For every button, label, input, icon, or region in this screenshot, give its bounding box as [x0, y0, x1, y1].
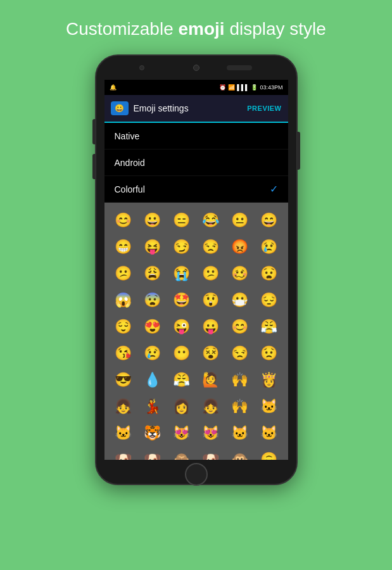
emoji-cell[interactable]: 😱 — [110, 288, 137, 313]
emoji-cell[interactable]: 😂 — [197, 208, 225, 233]
phone-top-bar — [96, 56, 296, 80]
emoji-cell[interactable]: 😌 — [110, 314, 137, 339]
emoji-cell[interactable]: 🙋 — [197, 367, 225, 393]
emoji-cell[interactable]: 😻 — [168, 421, 196, 446]
emoji-cell[interactable]: 😐 — [226, 208, 254, 233]
emoji-cell[interactable]: 🐱 — [255, 394, 283, 419]
menu-list: Native Android Colorful ✓ — [104, 123, 288, 203]
emoji-cell[interactable]: 😭 — [168, 261, 196, 286]
emoji-cell[interactable]: 🐶 — [139, 447, 167, 460]
emoji-cell[interactable]: 🙌 — [226, 367, 254, 393]
emoji-cell[interactable]: 😊 — [226, 314, 254, 339]
emoji-cell[interactable]: 😩 — [139, 261, 167, 286]
emoji-cell[interactable]: 💃 — [139, 394, 167, 419]
emoji-cell[interactable]: 😲 — [197, 288, 225, 313]
emoji-cell[interactable]: 😡 — [226, 234, 254, 260]
emoji-cell[interactable]: 🐵 — [226, 447, 254, 460]
header-text-bold: emoji — [178, 19, 224, 39]
emoji-cell[interactable]: 😁 — [110, 234, 137, 260]
page-header: Customizable emoji display style — [66, 18, 326, 41]
wifi-icon: 📶 — [228, 84, 235, 91]
emoji-cell[interactable]: 😻 — [197, 421, 225, 446]
emoji-cell[interactable]: 😒 — [197, 234, 225, 260]
emoji-cell[interactable]: 👸 — [255, 367, 283, 393]
emoji-cell[interactable]: 🥴 — [226, 261, 254, 286]
emoji-cell[interactable]: 🙌 — [226, 394, 254, 419]
menu-item-colorful-label: Colorful — [115, 184, 145, 194]
status-bar: 🔔 ⏰ 📶 ▌▌▌ 🔋 03:43PM — [104, 80, 288, 95]
emoji-cell[interactable]: 🐯 — [139, 421, 167, 446]
earpiece — [227, 65, 252, 70]
emoji-cell[interactable]: 🙈 — [168, 447, 196, 460]
emoji-cell[interactable]: 😜 — [168, 314, 196, 339]
emoji-cell[interactable]: 😍 — [139, 314, 167, 339]
emoji-grid-container: 😊😀😑😂😐😄😁😝😏😒😡😢😕😩😭😕🥴😧😱😨🤩😲😷😔😌😍😜😛😊😤😘😢😶😵😒😟😎💧😤🙋… — [104, 203, 288, 460]
emoji-cell[interactable]: 🙃 — [255, 447, 283, 460]
header-text-suffix: display style — [225, 19, 326, 39]
emoji-cell[interactable]: 😢 — [255, 234, 283, 260]
emoji-cell[interactable]: 😝 — [139, 234, 167, 260]
checkmark-icon: ✓ — [270, 183, 278, 195]
emoji-cell[interactable]: 😘 — [110, 341, 137, 366]
status-right: ⏰ 📶 ▌▌▌ 🔋 03:43PM — [219, 84, 282, 91]
menu-item-native-label: Native — [115, 131, 140, 141]
phone-screen: 🔔 ⏰ 📶 ▌▌▌ 🔋 03:43PM 😀 Emoji settings PRE… — [104, 80, 288, 460]
emoji-grid: 😊😀😑😂😐😄😁😝😏😒😡😢😕😩😭😕🥴😧😱😨🤩😲😷😔😌😍😜😛😊😤😘😢😶😵😒😟😎💧😤🙋… — [110, 208, 283, 460]
menu-item-colorful[interactable]: Colorful ✓ — [104, 176, 288, 203]
emoji-cell[interactable]: 😷 — [226, 288, 254, 313]
emoji-cell[interactable]: 😕 — [110, 261, 137, 286]
emoji-cell[interactable]: 👧 — [110, 394, 137, 419]
emoji-cell[interactable]: 😛 — [197, 314, 225, 339]
phone-frame: 🔔 ⏰ 📶 ▌▌▌ 🔋 03:43PM 😀 Emoji settings PRE… — [95, 54, 298, 485]
emoji-cell[interactable]: 🤩 — [168, 288, 196, 313]
emoji-cell[interactable]: 🐱 — [255, 421, 283, 446]
app-bar-title: Emoji settings — [134, 103, 248, 113]
front-camera — [139, 65, 144, 70]
emoji-cell[interactable]: 👧 — [197, 394, 225, 419]
app-bar: 😀 Emoji settings PREVIEW — [104, 95, 288, 123]
menu-item-native[interactable]: Native — [104, 123, 288, 149]
emoji-cell[interactable]: 😢 — [139, 341, 167, 366]
emoji-cell[interactable]: 😏 — [168, 234, 196, 260]
emoji-cell[interactable]: 😟 — [255, 341, 283, 366]
preview-button[interactable]: PREVIEW — [247, 104, 281, 112]
emoji-cell[interactable]: 😕 — [197, 261, 225, 286]
app-icon: 😀 — [111, 101, 129, 115]
camera — [193, 65, 199, 71]
header-text-normal: Customizable — [66, 19, 178, 39]
emoji-cell[interactable]: 😨 — [139, 288, 167, 313]
notification-icon: 🔔 — [110, 84, 117, 91]
emoji-cell[interactable]: 🐶 — [197, 447, 225, 460]
emoji-cell[interactable]: 😊 — [110, 208, 137, 233]
emoji-cell[interactable]: 😧 — [255, 261, 283, 286]
emoji-cell[interactable]: 😄 — [255, 208, 283, 233]
app-icon-emoji: 😀 — [115, 104, 124, 113]
emoji-cell[interactable]: 😤 — [168, 367, 196, 393]
emoji-cell[interactable]: 🐱 — [226, 421, 254, 446]
alarm-icon: ⏰ — [219, 84, 226, 91]
emoji-cell[interactable]: 😵 — [197, 341, 225, 366]
emoji-cell[interactable]: 😎 — [110, 367, 137, 393]
emoji-cell[interactable]: 🐶 — [110, 447, 137, 460]
emoji-cell[interactable]: 👩 — [168, 394, 196, 419]
emoji-cell[interactable]: 😒 — [226, 341, 254, 366]
home-button[interactable] — [185, 463, 208, 486]
emoji-cell[interactable]: 💧 — [139, 367, 167, 393]
clock: 03:43PM — [260, 84, 282, 91]
menu-item-android[interactable]: Android — [104, 149, 288, 176]
emoji-cell[interactable]: 🐱 — [110, 421, 137, 446]
emoji-cell[interactable]: 😶 — [168, 341, 196, 366]
emoji-cell[interactable]: 😀 — [139, 208, 167, 233]
emoji-cell[interactable]: 😔 — [255, 288, 283, 313]
emoji-cell[interactable]: 😑 — [168, 208, 196, 233]
signal-icon: ▌▌▌ — [237, 84, 249, 91]
status-left: 🔔 — [110, 84, 117, 91]
phone-bottom — [185, 465, 208, 484]
menu-item-android-label: Android — [115, 158, 145, 168]
battery-icon: 🔋 — [251, 84, 258, 91]
emoji-cell[interactable]: 😤 — [255, 314, 283, 339]
